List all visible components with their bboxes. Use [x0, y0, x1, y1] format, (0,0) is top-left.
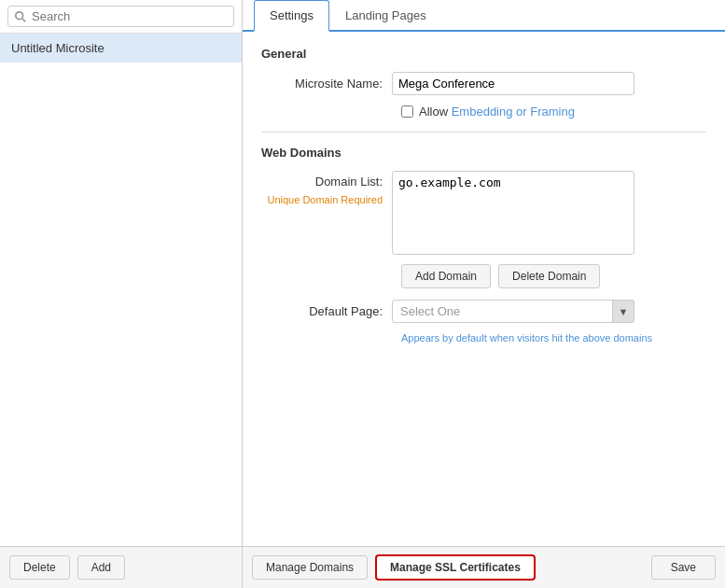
- domain-buttons: Add Domain Delete Domain: [401, 264, 706, 288]
- sidebar-item-untitled-microsite[interactable]: Untitled Microsite: [0, 34, 242, 63]
- default-page-row: Default Page: Select One ▼: [261, 300, 706, 323]
- tab-settings[interactable]: Settings: [254, 0, 329, 32]
- sidebar: Untitled Microsite: [0, 0, 243, 546]
- bottom-right: Manage Domains Manage SSL Certificates S…: [243, 547, 725, 588]
- default-page-label: Default Page:: [261, 304, 392, 318]
- microsite-name-label: Microsite Name:: [261, 77, 392, 91]
- manage-domains-button[interactable]: Manage Domains: [252, 555, 368, 580]
- svg-line-1: [22, 19, 25, 21]
- unique-domain-note: Unique Domain Required: [261, 194, 392, 205]
- microsite-name-row: Microsite Name:: [261, 72, 706, 95]
- embedding-link[interactable]: Embedding or Framing: [452, 105, 575, 119]
- save-button[interactable]: Save: [651, 555, 716, 580]
- default-page-select[interactable]: Select One: [392, 300, 634, 323]
- default-page-select-wrapper[interactable]: Select One ▼: [392, 300, 634, 323]
- svg-point-0: [16, 11, 23, 19]
- domain-list-row: Domain List: Unique Domain Required: [261, 171, 706, 255]
- bottom-bar: Delete Add Manage Domains Manage SSL Cer…: [0, 546, 725, 588]
- allow-embedding-label: Allow Embedding or Framing: [419, 105, 575, 119]
- tabs: Settings Landing Pages: [243, 0, 725, 32]
- default-page-helper: Appears by default when visitors hit the…: [401, 332, 706, 343]
- section-divider: [261, 132, 706, 133]
- delete-button[interactable]: Delete: [9, 555, 70, 580]
- add-domain-button[interactable]: Add Domain: [401, 264, 491, 288]
- delete-domain-button[interactable]: Delete Domain: [498, 264, 600, 288]
- search-input[interactable]: [32, 9, 228, 23]
- bottom-left: Delete Add: [0, 547, 243, 588]
- add-button[interactable]: Add: [77, 555, 125, 580]
- microsite-name-input[interactable]: [392, 72, 634, 95]
- allow-embedding-checkbox[interactable]: [401, 105, 413, 118]
- content-area: Settings Landing Pages General Microsite…: [243, 0, 725, 546]
- manage-ssl-button[interactable]: Manage SSL Certificates: [375, 554, 536, 581]
- tab-landing-pages[interactable]: Landing Pages: [329, 0, 442, 32]
- general-section-title: General: [261, 47, 706, 61]
- search-wrapper[interactable]: [7, 6, 234, 27]
- domain-list-label: Domain List:: [261, 171, 392, 189]
- web-domains-title: Web Domains: [261, 146, 706, 160]
- allow-embedding-row: Allow Embedding or Framing: [401, 105, 706, 119]
- search-icon: [14, 10, 27, 23]
- settings-content: General Microsite Name: Allow Embedding …: [243, 32, 725, 546]
- domain-list-textarea[interactable]: [392, 171, 634, 255]
- search-bar: [0, 0, 242, 34]
- sidebar-list: Untitled Microsite: [0, 34, 242, 546]
